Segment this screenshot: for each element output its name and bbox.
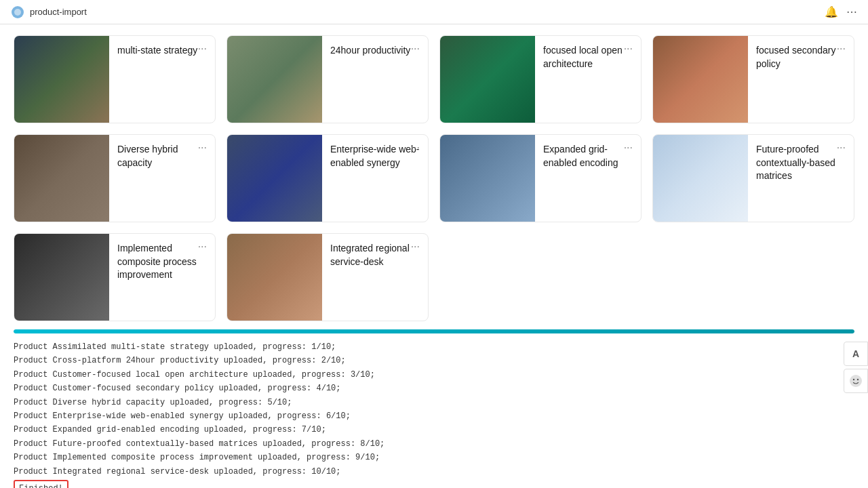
card-menu-button[interactable]: ··· [195,41,210,56]
cards-grid: multi-state strategy ··· 24hour producti… [0,24,868,327]
emoji-button[interactable] [844,369,868,393]
list-item: focused secondary policy ··· [652,35,854,123]
card-image [227,234,322,321]
card-image [440,36,535,123]
log-line: Product Assimilated multi-state strategy… [14,340,854,354]
progress-section [14,327,854,333]
card-menu-button[interactable]: ··· [834,140,848,155]
card-title: 24hour productivity [330,44,421,116]
list-item: Future-proofed contextually-based matric… [652,134,854,222]
list-item: Integrated regional service-desk ··· [226,233,429,321]
card-title: Future-proofed contextually-based matric… [756,143,847,215]
log-line: Product Diverse hybrid capacity uploaded… [14,396,854,409]
card-image [653,135,748,222]
list-item: Implemented composite process improvemen… [14,233,216,321]
card-body: Diverse hybrid capacity ··· [109,135,215,222]
list-item: focused local open architecture ··· [439,35,642,123]
app-logo [11,5,24,19]
card-image [227,36,322,123]
card-body: Future-proofed contextually-based matric… [748,135,854,222]
translate-button[interactable]: A [844,342,868,366]
card-image [14,234,109,321]
card-body: 24hour productivity ··· [322,36,428,123]
more-icon[interactable]: ⋯ [846,5,857,18]
card-menu-button[interactable]: ··· [195,140,210,155]
card-image [653,36,748,123]
card-body: Enterprise-wide web-enabled synergy ··· [322,135,428,222]
card-title: multi-state strategy [117,44,208,116]
notification-icon[interactable]: 🔔 [825,5,838,18]
card-menu-button[interactable]: ··· [621,41,635,56]
card-menu-button[interactable]: ··· [408,140,422,155]
card-menu-button[interactable]: ··· [195,239,210,254]
card-title: focused secondary policy [756,44,847,116]
card-body: focused local open architecture ··· [535,36,641,123]
svg-point-4 [857,379,859,380]
list-item: multi-state strategy ··· [14,35,216,123]
log-section: Product Assimilated multi-state strategy… [0,333,868,488]
log-line: Product Customer-focused local open arch… [14,368,854,382]
card-body: Expanded grid-enabled encoding ··· [535,135,641,222]
main-content: multi-state strategy ··· 24hour producti… [0,24,868,488]
card-menu-button[interactable]: ··· [408,239,422,254]
card-body: Integrated regional service-desk ··· [322,234,428,321]
card-body: focused secondary policy ··· [748,36,854,123]
svg-point-2 [850,375,862,387]
log-line: Product Future-proofed contextually-base… [14,437,854,451]
log-line: Product Enterprise-wide web-enabled syne… [14,409,854,423]
log-line: Product Implemented composite process im… [14,451,854,464]
card-image [14,135,109,222]
log-line: Product Expanded grid-enabled encoding u… [14,423,854,436]
card-body: Implemented composite process improvemen… [109,234,215,321]
app-title: product-import [30,7,87,17]
card-menu-button[interactable]: ··· [621,140,635,155]
list-item: Enterprise-wide web-enabled synergy ··· [226,134,429,222]
card-title: Diverse hybrid capacity [117,143,208,215]
list-item: Diverse hybrid capacity ··· [14,134,216,222]
header-left: product-import [11,5,87,19]
finished-badge: Finished! [14,480,68,488]
svg-point-3 [853,379,854,380]
list-item: 24hour productivity ··· [226,35,429,123]
header-right: 🔔 ⋯ [825,5,857,18]
log-line: Product Cross-platform 24hour productivi… [14,354,854,367]
card-title: Enterprise-wide web-enabled synergy [330,143,421,215]
card-title: Implemented composite process improvemen… [117,242,208,314]
side-actions: A [844,342,868,393]
list-item: Expanded grid-enabled encoding ··· [439,134,642,222]
card-title: focused local open architecture [543,44,634,116]
log-line: Product Customer-focused secondary polic… [14,382,854,395]
card-menu-button[interactable]: ··· [834,41,848,56]
card-title: Integrated regional service-desk [330,242,421,314]
app-header: product-import 🔔 ⋯ [0,0,868,24]
svg-point-1 [14,9,21,16]
card-image [440,135,535,222]
card-image [14,36,109,123]
card-body: multi-state strategy ··· [109,36,215,123]
card-menu-button[interactable]: ··· [408,41,422,56]
card-title: Expanded grid-enabled encoding [543,143,634,215]
log-line: Product Integrated regional service-desk… [14,465,854,479]
card-image [227,135,322,222]
